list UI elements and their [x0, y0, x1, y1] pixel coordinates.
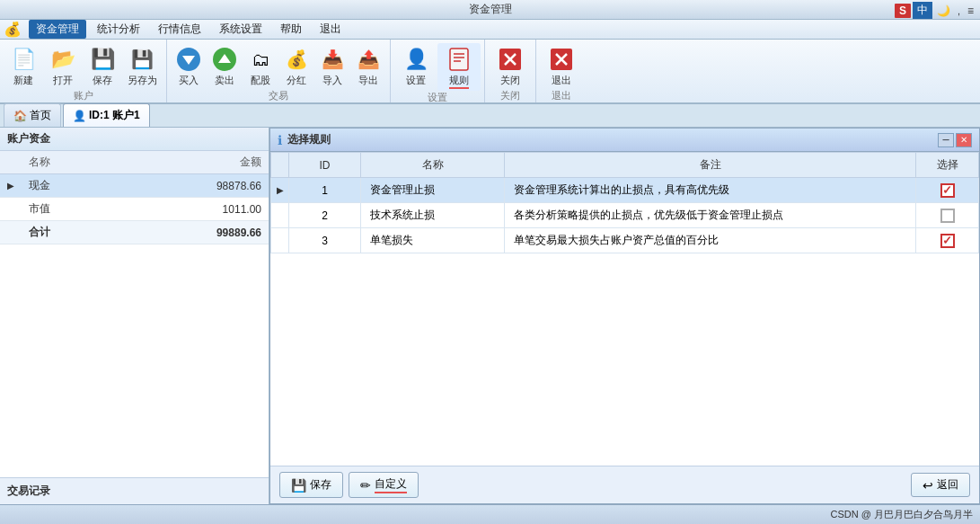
toolbar-group-exit: 退出 退出: [536, 40, 587, 102]
btn-allot[interactable]: 🗂 配股: [243, 43, 278, 89]
btn-open[interactable]: 📂 打开: [43, 43, 83, 89]
left-panel: 账户资金 名称 金额 ▶ 现金 98878.66: [0, 128, 269, 504]
customize-btn-label: 自定义: [375, 476, 407, 493]
row2-check[interactable]: [916, 203, 979, 228]
toolbar-close-label: 关闭: [485, 89, 535, 105]
table-row-total: 合计 99889.66: [0, 221, 269, 244]
row2-note: 各类分析策略提供的止损点，优先级低于资金管理止损点: [505, 203, 916, 228]
s-tray-btn[interactable]: S: [895, 4, 911, 18]
row1-check[interactable]: ✓: [916, 178, 979, 203]
row3-check[interactable]: ✓: [916, 228, 979, 253]
close-icon: [496, 45, 525, 74]
menu-item-stats[interactable]: 统计分析: [90, 20, 147, 39]
row-indicator: ▶: [0, 174, 22, 198]
col-name-header: 名称: [361, 153, 505, 178]
customize-btn-icon: ✏: [360, 478, 371, 493]
row-total-amount: 99889.66: [115, 221, 269, 244]
toolbar: 📄 新建 📂 打开 💾 保存 💾 另存为 账户: [0, 40, 980, 104]
dialog-title-bar: ℹ 选择规则 ─ ✕: [270, 129, 979, 152]
btn-buy-label: 买入: [179, 74, 199, 87]
menu-item-exit[interactable]: 退出: [313, 20, 349, 39]
dialog-title-icon: ℹ: [278, 133, 282, 147]
menu-item-help[interactable]: 帮助: [273, 20, 309, 39]
table-row[interactable]: ▶ 现金 98878.66: [0, 174, 269, 198]
menu-item-capital[interactable]: 资金管理: [29, 20, 86, 39]
rules-table-row-3[interactable]: 3 单笔损失 单笔交易最大损失占账户资产总值的百分比 ✓: [271, 228, 979, 253]
saveas-icon: 💾: [128, 45, 157, 74]
btn-return[interactable]: ↩ 返回: [911, 473, 970, 497]
btn-new-label: 新建: [13, 74, 33, 87]
btn-dialog-save[interactable]: 💾 保存: [279, 472, 343, 498]
home-icon: 🏠: [13, 110, 27, 122]
checkbox-1[interactable]: ✓: [940, 183, 955, 198]
dialog-title-text: 选择规则: [287, 132, 331, 147]
menu-bar: 💰 资金管理 统计分析 行情信息 系统设置 帮助 退出: [0, 20, 980, 40]
tab-home[interactable]: 🏠 首页: [4, 103, 61, 127]
btn-new[interactable]: 📄 新建: [4, 43, 43, 89]
menu-item-settings[interactable]: 系统设置: [212, 20, 269, 39]
col-amount-header: 金额: [115, 151, 269, 174]
toolbar-group-settings-inner: 👤 设置 规则: [391, 40, 484, 91]
btn-export[interactable]: 📤 导出: [350, 43, 386, 89]
account-section: 账户资金 名称 金额 ▶ 现金 98878.66: [0, 128, 269, 477]
account-section-title: 账户资金: [0, 128, 269, 151]
account-icon: 👤: [73, 110, 86, 122]
btn-import[interactable]: 📥 导入: [314, 43, 350, 89]
toolbar-exit-label: 退出: [536, 89, 587, 105]
btn-exit-label: 退出: [552, 74, 571, 87]
col-name-header: 名称: [22, 151, 115, 174]
btn-save[interactable]: 💾 保存: [83, 43, 122, 89]
new-icon: 📄: [9, 45, 38, 74]
footer-left-buttons: 💾 保存 ✏ 自定义: [279, 472, 419, 498]
comma-icon: ,: [955, 4, 963, 17]
dialog-window-controls: ─ ✕: [938, 133, 972, 147]
btn-rules[interactable]: 规则: [437, 43, 481, 91]
toolbar-group-trade: 买入 卖出 🗂 配股 💰 分红 📥 导入 📤 导出: [167, 40, 391, 102]
rules-table-row-2[interactable]: 2 技术系统止损 各类分析策略提供的止损点，优先级低于资金管理止损点: [271, 203, 979, 228]
account-table: 名称 金额 ▶ 现金 98878.66 市值 1011.00: [0, 151, 269, 244]
row-cash-name: 现金: [22, 174, 115, 198]
btn-import-label: 导入: [322, 74, 342, 87]
toolbar-group-settings: 👤 设置 规则 设置: [391, 40, 485, 102]
btn-buy[interactable]: 买入: [171, 43, 207, 89]
btn-config[interactable]: 👤 设置: [394, 43, 437, 91]
btn-dividend[interactable]: 💰 分红: [278, 43, 314, 89]
row3-id: 3: [289, 228, 361, 253]
title-bar: 资金管理 S 中 🌙 , ≡: [0, 0, 980, 20]
import-icon: 📥: [318, 45, 347, 74]
zh-tray-btn[interactable]: 中: [913, 2, 932, 19]
btn-close[interactable]: 关闭: [489, 43, 532, 89]
transaction-label: 交易记录: [7, 484, 50, 499]
footer-right-buttons: ↩ 返回: [911, 473, 970, 497]
bars-icon: ≡: [965, 4, 976, 18]
dialog-minimize-btn[interactable]: ─: [938, 133, 954, 147]
menu-item-market[interactable]: 行情信息: [151, 20, 208, 39]
checkbox-3[interactable]: ✓: [940, 234, 955, 248]
row3-spacer: [271, 228, 289, 253]
config-icon: 👤: [402, 45, 430, 74]
app-logo: 💰: [4, 21, 22, 38]
btn-exit[interactable]: 退出: [540, 43, 583, 89]
btn-saveas[interactable]: 💾 另存为: [122, 43, 163, 89]
svg-rect-4: [450, 49, 468, 70]
rules-table-row-1[interactable]: ▶ 1 资金管理止损 资金管理系统计算出的止损点，具有高优先级 ✓: [271, 178, 979, 203]
btn-sell-label: 卖出: [215, 74, 234, 87]
allot-icon: 🗂: [246, 45, 275, 74]
row3-note: 单笔交易最大损失占账户资产总值的百分比: [505, 228, 916, 253]
tab-account1[interactable]: 👤 ID:1 账户1: [63, 103, 150, 127]
dialog-close-btn[interactable]: ✕: [956, 133, 972, 147]
dialog-body: ID 名称 备注 选择 ▶ 1 资金管理止损 资金管理系统计算出的止损点，具有高…: [270, 152, 979, 466]
table-row[interactable]: 市值 1011.00: [0, 198, 269, 221]
export-icon: 📤: [354, 45, 383, 74]
btn-save-label: 保存: [93, 74, 112, 87]
btn-export-label: 导出: [358, 74, 378, 87]
row3-name: 单笔损失: [361, 228, 505, 253]
return-btn-label: 返回: [937, 477, 958, 493]
btn-config-label: 设置: [406, 74, 426, 87]
checkbox-2[interactable]: [940, 209, 955, 223]
save-btn-label: 保存: [310, 477, 331, 493]
btn-customize[interactable]: ✏ 自定义: [349, 472, 419, 498]
btn-sell[interactable]: 卖出: [207, 43, 243, 89]
sell-icon: [210, 45, 239, 74]
dialog-area: ℹ 选择规则 ─ ✕ ID 名称 备注: [269, 128, 980, 504]
